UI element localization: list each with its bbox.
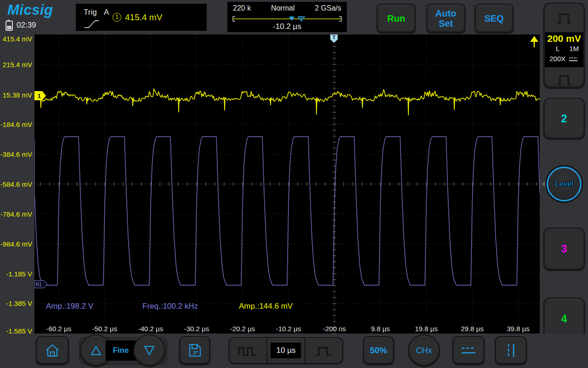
oscilloscope-screen: Micsig 02:39 Trig A 1 415.4 mV 220 k Nor… xyxy=(0,0,588,368)
timebase-value: 10 µs xyxy=(271,343,301,358)
channel1-probe: 200X xyxy=(549,55,565,63)
ref-waveform-r1 xyxy=(34,137,540,285)
timebase-value-button[interactable]: 10 µs xyxy=(266,338,304,363)
x-axis-tick-label: -30.2 µs xyxy=(176,325,217,333)
y-axis-tick-label: 415.4 mV xyxy=(0,35,32,43)
waveform-canvas: T 1 R1 xyxy=(34,34,540,334)
measurement-value: Amp.:198.2 V xyxy=(46,302,93,311)
y-axis-tick-label: -584.6 mV xyxy=(0,180,32,188)
horizontal-cursor-button[interactable] xyxy=(452,336,485,365)
measurement-value: Amp.:144.6 mV xyxy=(239,302,293,311)
trigger-position-marker[interactable]: T xyxy=(330,34,338,43)
ch1-waveform xyxy=(34,89,540,115)
timebase-group: 10 µs xyxy=(229,337,343,364)
trigger-channel-label: A xyxy=(104,8,109,17)
save-button[interactable] xyxy=(179,336,210,365)
zoom-out-timebase-button[interactable] xyxy=(230,338,266,363)
autoset-button[interactable]: Auto Set xyxy=(426,4,465,33)
svg-text:R1: R1 xyxy=(36,282,42,287)
y-axis-tick-label: -384.6 mV xyxy=(0,150,32,158)
trigger-source-badge: 1 xyxy=(113,13,121,22)
y-axis-tick-label: -1.385 V xyxy=(0,299,32,307)
ref-position-marker[interactable]: R1 xyxy=(34,281,47,288)
pulse-icon xyxy=(555,72,573,87)
trigger-info-box[interactable]: Trig A 1 415.4 mV xyxy=(76,4,207,31)
triangle-down-icon xyxy=(141,342,158,359)
channel1-impedance: 1M xyxy=(569,45,579,52)
svg-text:T: T xyxy=(300,17,303,21)
x-axis-tick-label: 29.8 µs xyxy=(452,325,493,333)
x-axis-tick-label: -40.2 µs xyxy=(130,325,171,333)
pulse-train-icon xyxy=(237,343,259,358)
adjust-down-button[interactable] xyxy=(133,334,165,367)
acquisition-status-box[interactable]: 220 k Normal 2 GSa/s T -10.2 µs xyxy=(227,2,347,32)
channel1-info-box: 200 mV L 1M 200X xyxy=(545,32,583,67)
y-axis-tick-label: -984.6 mV xyxy=(0,240,32,248)
channel1-scale: 200 mV xyxy=(545,33,583,44)
fine-mode-button[interactable]: Fine xyxy=(106,340,136,361)
home-icon xyxy=(44,343,61,358)
brand-logo: Micsig xyxy=(7,2,53,18)
vertical-cursor-icon xyxy=(504,343,518,358)
dc-coupling-icon xyxy=(568,56,579,63)
channel-select-button[interactable]: CHx xyxy=(408,334,440,367)
y-axis-tick-label: -1.185 V xyxy=(0,270,32,278)
x-axis-tick-label: -50.2 µs xyxy=(84,325,125,333)
level-knob[interactable]: Level xyxy=(547,167,582,201)
zoom-in-timebase-button[interactable] xyxy=(305,338,342,363)
triangle-up-icon xyxy=(87,342,105,359)
channel2-button[interactable]: 2 xyxy=(543,98,585,139)
acquisition-mode: Normal xyxy=(271,4,295,12)
y-axis-tick-label: 15.38 mV xyxy=(0,91,32,99)
trigger-level-value: 415.4 mV xyxy=(125,12,162,23)
svg-text:1: 1 xyxy=(38,93,41,99)
single-pulse-icon xyxy=(314,343,334,358)
svg-text:T: T xyxy=(333,34,336,40)
run-stop-button[interactable]: Run xyxy=(377,4,416,33)
home-button[interactable] xyxy=(36,336,69,365)
y-axis-tick-label: -184.6 mV xyxy=(0,121,32,128)
x-axis-tick-label: 39.8 µs xyxy=(498,325,539,333)
pulse-icon xyxy=(555,10,573,26)
x-axis-tick-label: 19.8 µs xyxy=(406,325,447,333)
channel1-bandwidth: L xyxy=(549,45,560,52)
trigger-50-percent-button[interactable]: 50% xyxy=(363,336,394,365)
x-axis-tick-label: -20.2 µs xyxy=(222,325,263,333)
seq-button[interactable]: SEQ xyxy=(475,4,514,33)
ch1-position-marker[interactable]: 1 xyxy=(34,91,46,100)
channel1-button[interactable]: 200 mV L 1M 200X xyxy=(543,3,585,88)
bottom-toolbar: Fine 10 µs xyxy=(0,334,588,368)
x-axis-tick-label: -60.2 µs xyxy=(38,325,79,333)
x-axis-tick-label: -10.2 µs xyxy=(268,325,309,333)
memory-depth: 220 k xyxy=(233,4,251,12)
vertical-cursor-button[interactable] xyxy=(495,336,527,365)
save-icon xyxy=(187,343,203,358)
x-axis-tick-label: -200 ns xyxy=(314,325,355,333)
horizontal-position-value: -10.2 µs xyxy=(227,22,347,31)
clock-text: 02:39 xyxy=(17,21,36,30)
waveform-display-area[interactable]: T 1 R1 -60.2 µs-50.2 µs-40.2 µs-30.2 µs-… xyxy=(34,34,540,334)
rising-edge-icon xyxy=(83,18,101,30)
measurement-value: Freq.:100.2 kHz xyxy=(142,302,198,311)
trigger-label: Trig xyxy=(84,8,97,17)
battery-icon xyxy=(6,21,13,31)
knob-pointer-icon xyxy=(541,181,545,187)
horizontal-cursor-icon xyxy=(459,345,478,356)
y-axis-tick-label: -784.6 mV xyxy=(0,210,32,218)
graticule xyxy=(34,34,540,334)
channel3-button[interactable]: 3 xyxy=(543,228,585,270)
x-axis-tick-label: 9.8 µs xyxy=(360,325,401,333)
sample-rate: 2 GSa/s xyxy=(315,4,341,12)
y-axis-tick-label: 215.4 mV xyxy=(0,61,32,69)
horizontal-position-slider[interactable]: T xyxy=(231,15,343,23)
trigger-level-arrow-icon xyxy=(530,36,538,47)
